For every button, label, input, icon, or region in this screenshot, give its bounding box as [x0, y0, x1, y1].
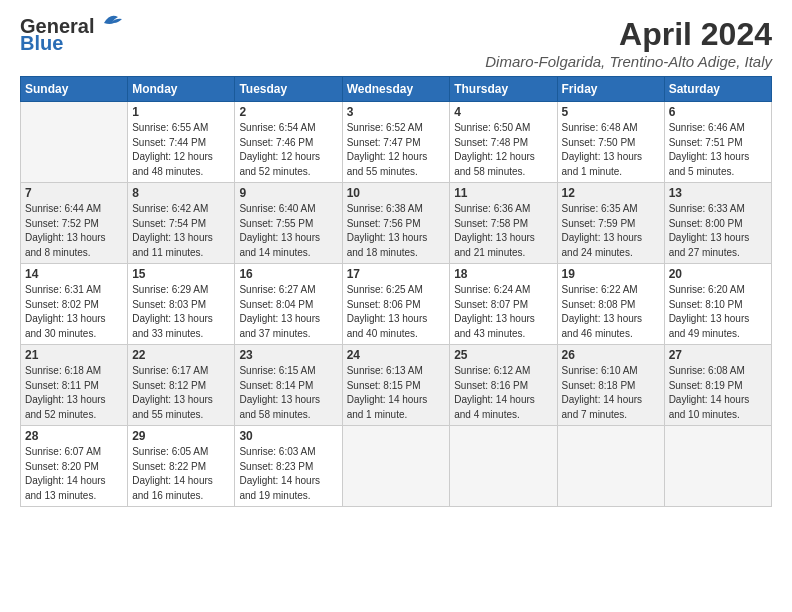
- day-info: Sunrise: 6:24 AM Sunset: 8:07 PM Dayligh…: [454, 283, 552, 341]
- calendar-cell: 4Sunrise: 6:50 AM Sunset: 7:48 PM Daylig…: [450, 102, 557, 183]
- day-info: Sunrise: 6:52 AM Sunset: 7:47 PM Dayligh…: [347, 121, 446, 179]
- day-info: Sunrise: 6:42 AM Sunset: 7:54 PM Dayligh…: [132, 202, 230, 260]
- day-info: Sunrise: 6:12 AM Sunset: 8:16 PM Dayligh…: [454, 364, 552, 422]
- calendar-cell: 27Sunrise: 6:08 AM Sunset: 8:19 PM Dayli…: [664, 345, 771, 426]
- day-number: 22: [132, 348, 230, 362]
- calendar-cell: 23Sunrise: 6:15 AM Sunset: 8:14 PM Dayli…: [235, 345, 342, 426]
- calendar-cell: [450, 426, 557, 507]
- calendar-cell: 1Sunrise: 6:55 AM Sunset: 7:44 PM Daylig…: [128, 102, 235, 183]
- day-number: 1: [132, 105, 230, 119]
- day-number: 8: [132, 186, 230, 200]
- day-number: 30: [239, 429, 337, 443]
- weekday-header: Sunday: [21, 77, 128, 102]
- calendar-cell: 21Sunrise: 6:18 AM Sunset: 8:11 PM Dayli…: [21, 345, 128, 426]
- location: Dimaro-Folgarida, Trentino-Alto Adige, I…: [485, 53, 772, 70]
- day-number: 16: [239, 267, 337, 281]
- day-number: 19: [562, 267, 660, 281]
- calendar-cell: 29Sunrise: 6:05 AM Sunset: 8:22 PM Dayli…: [128, 426, 235, 507]
- calendar-cell: 17Sunrise: 6:25 AM Sunset: 8:06 PM Dayli…: [342, 264, 450, 345]
- calendar-cell: 2Sunrise: 6:54 AM Sunset: 7:46 PM Daylig…: [235, 102, 342, 183]
- calendar-cell: [21, 102, 128, 183]
- month-title: April 2024: [485, 16, 772, 53]
- day-number: 23: [239, 348, 337, 362]
- day-info: Sunrise: 6:36 AM Sunset: 7:58 PM Dayligh…: [454, 202, 552, 260]
- day-info: Sunrise: 6:13 AM Sunset: 8:15 PM Dayligh…: [347, 364, 446, 422]
- calendar-week-row: 14Sunrise: 6:31 AM Sunset: 8:02 PM Dayli…: [21, 264, 772, 345]
- day-info: Sunrise: 6:44 AM Sunset: 7:52 PM Dayligh…: [25, 202, 123, 260]
- logo-blue: Blue: [20, 32, 63, 55]
- calendar-cell: 12Sunrise: 6:35 AM Sunset: 7:59 PM Dayli…: [557, 183, 664, 264]
- calendar-cell: [557, 426, 664, 507]
- day-number: 27: [669, 348, 767, 362]
- logo-bird-icon: [96, 11, 126, 33]
- day-info: Sunrise: 6:15 AM Sunset: 8:14 PM Dayligh…: [239, 364, 337, 422]
- weekday-header: Thursday: [450, 77, 557, 102]
- day-info: Sunrise: 6:31 AM Sunset: 8:02 PM Dayligh…: [25, 283, 123, 341]
- calendar-cell: [342, 426, 450, 507]
- day-number: 24: [347, 348, 446, 362]
- day-info: Sunrise: 6:48 AM Sunset: 7:50 PM Dayligh…: [562, 121, 660, 179]
- calendar-cell: 6Sunrise: 6:46 AM Sunset: 7:51 PM Daylig…: [664, 102, 771, 183]
- day-number: 13: [669, 186, 767, 200]
- calendar-cell: 24Sunrise: 6:13 AM Sunset: 8:15 PM Dayli…: [342, 345, 450, 426]
- day-number: 9: [239, 186, 337, 200]
- calendar-week-row: 1Sunrise: 6:55 AM Sunset: 7:44 PM Daylig…: [21, 102, 772, 183]
- calendar-week-row: 7Sunrise: 6:44 AM Sunset: 7:52 PM Daylig…: [21, 183, 772, 264]
- day-info: Sunrise: 6:10 AM Sunset: 8:18 PM Dayligh…: [562, 364, 660, 422]
- calendar-cell: 7Sunrise: 6:44 AM Sunset: 7:52 PM Daylig…: [21, 183, 128, 264]
- day-info: Sunrise: 6:50 AM Sunset: 7:48 PM Dayligh…: [454, 121, 552, 179]
- weekday-header: Monday: [128, 77, 235, 102]
- page: General Blue April 2024 Dimaro-Folgarida…: [0, 0, 792, 517]
- day-info: Sunrise: 6:46 AM Sunset: 7:51 PM Dayligh…: [669, 121, 767, 179]
- calendar-cell: 18Sunrise: 6:24 AM Sunset: 8:07 PM Dayli…: [450, 264, 557, 345]
- calendar-cell: 8Sunrise: 6:42 AM Sunset: 7:54 PM Daylig…: [128, 183, 235, 264]
- day-number: 2: [239, 105, 337, 119]
- calendar-cell: 10Sunrise: 6:38 AM Sunset: 7:56 PM Dayli…: [342, 183, 450, 264]
- day-info: Sunrise: 6:27 AM Sunset: 8:04 PM Dayligh…: [239, 283, 337, 341]
- logo: General Blue: [20, 16, 126, 55]
- weekday-header: Saturday: [664, 77, 771, 102]
- calendar-cell: 15Sunrise: 6:29 AM Sunset: 8:03 PM Dayli…: [128, 264, 235, 345]
- calendar-cell: 14Sunrise: 6:31 AM Sunset: 8:02 PM Dayli…: [21, 264, 128, 345]
- day-number: 12: [562, 186, 660, 200]
- day-number: 11: [454, 186, 552, 200]
- day-info: Sunrise: 6:54 AM Sunset: 7:46 PM Dayligh…: [239, 121, 337, 179]
- day-number: 20: [669, 267, 767, 281]
- day-info: Sunrise: 6:17 AM Sunset: 8:12 PM Dayligh…: [132, 364, 230, 422]
- calendar-week-row: 28Sunrise: 6:07 AM Sunset: 8:20 PM Dayli…: [21, 426, 772, 507]
- day-info: Sunrise: 6:38 AM Sunset: 7:56 PM Dayligh…: [347, 202, 446, 260]
- weekday-header: Tuesday: [235, 77, 342, 102]
- calendar-table: SundayMondayTuesdayWednesdayThursdayFrid…: [20, 76, 772, 507]
- day-number: 3: [347, 105, 446, 119]
- day-number: 17: [347, 267, 446, 281]
- day-info: Sunrise: 6:07 AM Sunset: 8:20 PM Dayligh…: [25, 445, 123, 503]
- day-info: Sunrise: 6:20 AM Sunset: 8:10 PM Dayligh…: [669, 283, 767, 341]
- day-number: 7: [25, 186, 123, 200]
- calendar-cell: 13Sunrise: 6:33 AM Sunset: 8:00 PM Dayli…: [664, 183, 771, 264]
- calendar-week-row: 21Sunrise: 6:18 AM Sunset: 8:11 PM Dayli…: [21, 345, 772, 426]
- day-info: Sunrise: 6:33 AM Sunset: 8:00 PM Dayligh…: [669, 202, 767, 260]
- header: General Blue April 2024 Dimaro-Folgarida…: [20, 16, 772, 70]
- day-number: 4: [454, 105, 552, 119]
- day-info: Sunrise: 6:08 AM Sunset: 8:19 PM Dayligh…: [669, 364, 767, 422]
- day-info: Sunrise: 6:05 AM Sunset: 8:22 PM Dayligh…: [132, 445, 230, 503]
- weekday-header: Friday: [557, 77, 664, 102]
- day-number: 25: [454, 348, 552, 362]
- day-number: 28: [25, 429, 123, 443]
- day-info: Sunrise: 6:55 AM Sunset: 7:44 PM Dayligh…: [132, 121, 230, 179]
- calendar-cell: 19Sunrise: 6:22 AM Sunset: 8:08 PM Dayli…: [557, 264, 664, 345]
- day-number: 18: [454, 267, 552, 281]
- day-number: 21: [25, 348, 123, 362]
- day-info: Sunrise: 6:40 AM Sunset: 7:55 PM Dayligh…: [239, 202, 337, 260]
- calendar-cell: 22Sunrise: 6:17 AM Sunset: 8:12 PM Dayli…: [128, 345, 235, 426]
- day-info: Sunrise: 6:29 AM Sunset: 8:03 PM Dayligh…: [132, 283, 230, 341]
- day-number: 6: [669, 105, 767, 119]
- day-number: 10: [347, 186, 446, 200]
- day-number: 5: [562, 105, 660, 119]
- calendar-cell: 26Sunrise: 6:10 AM Sunset: 8:18 PM Dayli…: [557, 345, 664, 426]
- calendar-cell: 30Sunrise: 6:03 AM Sunset: 8:23 PM Dayli…: [235, 426, 342, 507]
- calendar-cell: 25Sunrise: 6:12 AM Sunset: 8:16 PM Dayli…: [450, 345, 557, 426]
- day-info: Sunrise: 6:25 AM Sunset: 8:06 PM Dayligh…: [347, 283, 446, 341]
- calendar-cell: 9Sunrise: 6:40 AM Sunset: 7:55 PM Daylig…: [235, 183, 342, 264]
- calendar-cell: 20Sunrise: 6:20 AM Sunset: 8:10 PM Dayli…: [664, 264, 771, 345]
